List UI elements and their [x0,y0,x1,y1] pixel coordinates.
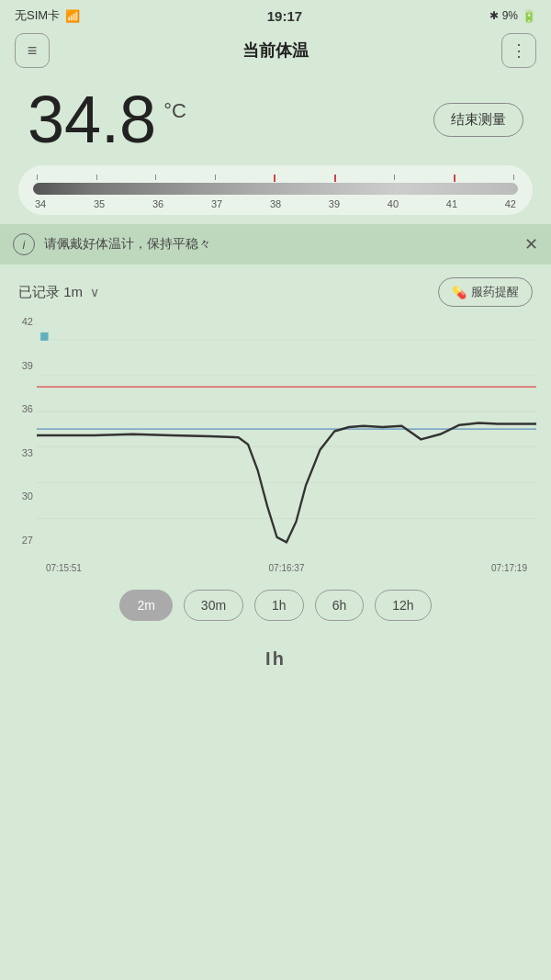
temperature-chart [37,316,536,573]
status-time: 19:17 [267,8,302,24]
pill-icon: 💊 [452,286,467,299]
therm-label-41: 41 [446,198,457,209]
wifi-icon: 📶 [65,9,80,23]
status-bar: 无SIM卡 📶 19:17 ✱ 9% 🔋 [0,0,551,28]
time-filter-6h[interactable]: 6h [315,590,365,621]
status-right: ✱ 9% 🔋 [489,9,536,23]
svg-rect-9 [40,332,48,341]
med-reminder-button[interactable]: 💊 服药提醒 [438,277,533,307]
chevron-down-icon[interactable]: ∨ [90,285,99,299]
therm-label-42: 42 [505,198,516,209]
temperature-unit: °C [163,99,186,123]
info-close-button[interactable]: ✕ [524,234,538,254]
y-label-39: 39 [4,360,33,371]
battery-label: 9% [502,9,518,22]
bottom-text: Ih [0,639,551,679]
carrier-label: 无SIM卡 [15,7,60,24]
x-label-1: 07:15:51 [46,563,82,573]
thermometer-bar [33,175,518,195]
info-icon: i [13,233,35,255]
y-label-30: 30 [4,490,33,501]
time-filter-30m[interactable]: 30m [184,590,243,621]
info-text: 请佩戴好体温计，保持平稳々 [44,236,515,253]
x-label-2: 07:16:37 [269,563,305,573]
bluetooth-icon: ✱ [489,9,499,22]
header: ≡ 当前体温 ⋮ [0,28,551,77]
y-axis: 42 39 36 33 30 27 [0,316,35,546]
thermometer-labels: 34 35 36 37 38 39 40 41 42 [33,198,518,209]
temperature-value: 34.8 [28,86,156,152]
therm-label-36: 36 [152,198,163,209]
battery-icon: 🔋 [522,9,536,23]
more-button[interactable]: ⋮ [501,33,536,68]
chart-area: 42 39 36 33 30 27 [0,316,551,573]
time-filter-12h[interactable]: 12h [375,590,431,621]
y-label-42: 42 [4,316,33,327]
more-icon: ⋮ [511,40,527,61]
page-title: 当前体温 [242,39,309,62]
menu-button[interactable]: ≡ [15,33,50,68]
time-filter-1h[interactable]: 1h [254,590,304,621]
med-reminder-label: 服药提醒 [471,284,519,300]
thermometer-container: 34 35 36 37 38 39 40 41 42 [18,165,533,215]
menu-icon: ≡ [28,41,38,61]
y-label-33: 33 [4,447,33,458]
svg-rect-0 [37,316,536,573]
x-label-3: 07:17:19 [491,563,527,573]
end-measurement-button[interactable]: 结束测量 [433,103,523,137]
therm-label-34: 34 [35,198,46,209]
therm-label-35: 35 [94,198,105,209]
record-header: 已记录 1m ∨ 💊 服药提醒 [0,265,551,312]
time-filter-bar: 2m 30m 1h 6h 12h [0,573,551,639]
time-filter-2m[interactable]: 2m [119,590,172,621]
therm-label-38: 38 [270,198,281,209]
therm-label-37: 37 [211,198,222,209]
record-label: 已记录 1m [18,284,83,301]
temperature-display: 34.8 °C 结束测量 [0,77,551,158]
info-banner: i 请佩戴好体温计，保持平稳々 ✕ [0,224,551,265]
y-label-27: 27 [4,535,33,546]
therm-label-40: 40 [388,198,399,209]
x-axis: 07:15:51 07:16:37 07:17:19 [37,563,536,573]
status-left: 无SIM卡 📶 [15,7,80,24]
therm-label-39: 39 [329,198,340,209]
y-label-36: 36 [4,403,33,414]
